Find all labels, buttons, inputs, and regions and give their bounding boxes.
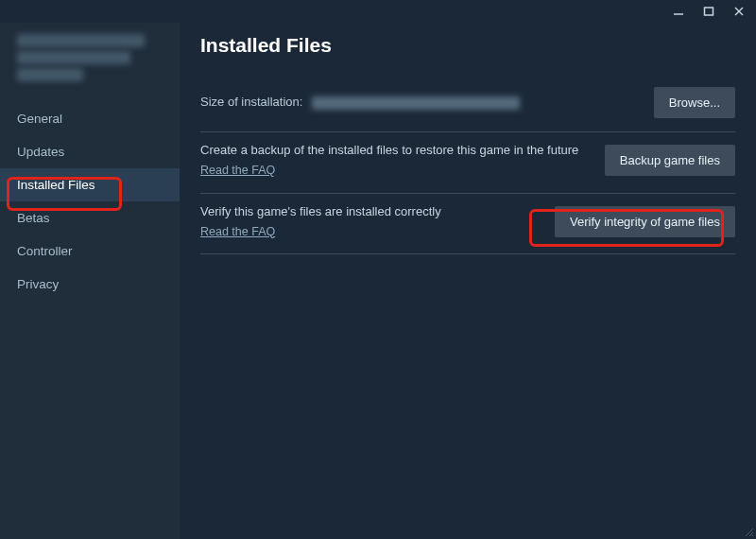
svg-line-4: [746, 529, 753, 536]
size-value-redacted: [312, 96, 520, 110]
browse-button[interactable]: Browse...: [654, 87, 735, 118]
sidebar: General Updates Installed Files Betas Co…: [0, 23, 180, 539]
sidebar-nav: General Updates Installed Files Betas Co…: [0, 102, 180, 301]
sidebar-item-privacy[interactable]: Privacy: [0, 268, 180, 301]
size-row: Size of installation: Browse...: [200, 78, 735, 132]
sidebar-item-controller[interactable]: Controller: [0, 235, 180, 268]
backup-row: Create a backup of the installed files t…: [200, 132, 735, 194]
backup-faq-link[interactable]: Read the FAQ: [200, 162, 275, 179]
sidebar-item-general[interactable]: General: [0, 102, 180, 135]
verify-button[interactable]: Verify integrity of game files: [555, 206, 735, 237]
minimize-button[interactable]: [667, 2, 690, 21]
backup-button[interactable]: Backup game files: [605, 145, 735, 176]
game-title-redacted: [0, 32, 180, 102]
svg-rect-1: [705, 8, 713, 15]
svg-line-6: [752, 535, 753, 536]
maximize-button[interactable]: [697, 2, 720, 21]
verify-description: Verify this game's files are installed c…: [200, 204, 441, 218]
main-panel: Installed Files Size of installation: Br…: [180, 23, 756, 539]
page-title: Installed Files: [200, 34, 735, 57]
sidebar-item-installed-files[interactable]: Installed Files: [0, 168, 180, 201]
content-area: General Updates Installed Files Betas Co…: [0, 23, 756, 539]
size-label: Size of installation:: [200, 95, 302, 109]
window-titlebar: [0, 0, 756, 23]
resize-grip-icon[interactable]: [743, 526, 754, 537]
verify-row: Verify this game's files are installed c…: [200, 194, 735, 255]
backup-description: Create a backup of the installed files t…: [200, 143, 578, 157]
sidebar-item-betas[interactable]: Betas: [0, 201, 180, 235]
verify-faq-link[interactable]: Read the FAQ: [200, 223, 275, 240]
sidebar-item-updates[interactable]: Updates: [0, 135, 180, 168]
close-button[interactable]: [728, 2, 750, 21]
